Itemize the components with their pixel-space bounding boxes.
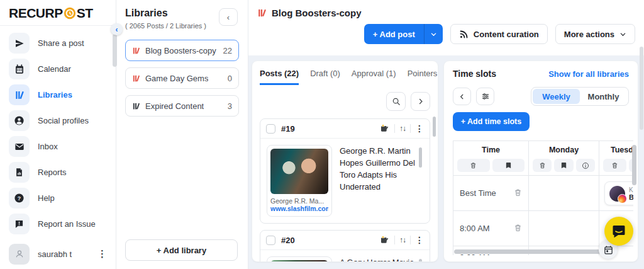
post-number: #19	[281, 124, 295, 134]
table-horizontal-scrollbar[interactable]	[454, 249, 615, 254]
content-area: Posts (22) Draft (0) Approval (1) Pointe…	[248, 55, 644, 269]
add-post-dropdown-button[interactable]	[424, 24, 443, 44]
library-item-blog-boosters-copy[interactable]: Blog Boosters-copy 22	[125, 40, 239, 61]
scheduled-slot-card[interactable]: Karl Do Best T	[604, 181, 633, 205]
chevron-down-icon	[619, 31, 626, 38]
person-circle-icon	[9, 110, 30, 131]
post-text-scrollbar[interactable]	[419, 147, 422, 168]
logo-text-left: RECURP	[9, 6, 63, 21]
sidebar-item-inbox[interactable]: Inbox	[0, 134, 116, 159]
header-actions: + Add post Content curation More actions	[364, 24, 635, 44]
recurpost-logo[interactable]: RECURP ST	[0, 0, 116, 26]
library-item-expired-content[interactable]: Expired Content 3	[125, 95, 239, 117]
user-menu-kebab-icon[interactable]: ⋮	[97, 248, 107, 260]
link-preview[interactable]: George R.R. Ma... www.slashfilm.com	[267, 145, 332, 217]
table-vertical-scrollbar[interactable]	[632, 145, 636, 185]
sidebar-item-report-an-issue[interactable]: Report an Issue	[0, 211, 116, 237]
library-count: 22	[223, 46, 232, 55]
delete-column-button[interactable]	[603, 159, 626, 172]
column-header-time: Time	[457, 146, 525, 154]
post-thumbnail-image	[270, 260, 328, 262]
delete-column-button[interactable]	[533, 159, 552, 172]
column-header-tuesday: Tuesday	[603, 146, 633, 154]
sidebar-item-libraries[interactable]: Libraries	[0, 82, 116, 108]
chat-widget-button[interactable]	[604, 217, 633, 246]
libraries-list: Blog Boosters-copy 22 Game Day Gems 0 Ex…	[125, 40, 239, 117]
books-icon	[132, 47, 140, 55]
copy-column-button[interactable]	[492, 159, 525, 172]
slot-profile-name: Karl Do	[629, 186, 633, 193]
recurpost-app: RECURP ST Share a post Calendar	[0, 0, 644, 269]
sidebar-item-label: Social profiles	[38, 116, 89, 125]
slot-cell-monday-best-time[interactable]	[529, 176, 599, 211]
chevron-down-icon	[430, 31, 437, 38]
chat-bubble-icon	[611, 224, 626, 239]
add-post-button[interactable]: + Add post	[364, 30, 424, 39]
reorder-icon[interactable]: ↑↓	[399, 124, 406, 133]
delete-slot-button[interactable]	[514, 188, 522, 199]
sidebar-item-help[interactable]: ? Help	[0, 185, 116, 211]
library-name: Expired Content	[145, 101, 204, 111]
add-library-button[interactable]: + Add library	[125, 239, 238, 261]
posts-panel: Posts (22) Draft (0) Approval (1) Pointe…	[252, 60, 438, 262]
rss-icon	[459, 30, 469, 39]
delete-column-button[interactable]	[457, 159, 490, 172]
library-item-game-day-gems[interactable]: Game Day Gems 0	[125, 67, 239, 89]
monthly-toggle[interactable]: Monthly	[580, 89, 627, 104]
reorder-icon[interactable]: ↑↓	[399, 236, 406, 244]
issue-bubble-icon	[9, 214, 30, 234]
edit-warning-icon[interactable]	[380, 123, 390, 134]
page-scrollbar[interactable]	[640, 47, 643, 130]
post-text: A Gory Horror Movie Starring Two	[340, 256, 423, 262]
link-preview-url[interactable]: www.slashfilm.com	[270, 205, 328, 212]
report-doc-icon	[9, 162, 30, 183]
info-column-button[interactable]	[576, 159, 595, 172]
tab-approval[interactable]: Approval (1)	[352, 69, 396, 85]
time-row-8am: 8:00 AM	[453, 211, 528, 246]
post-checkbox[interactable]	[266, 236, 275, 245]
delete-slot-button[interactable]	[514, 223, 522, 234]
sidebar-collapse-button[interactable]: ‹	[111, 23, 123, 35]
sidebar-menu: Share a post Calendar Libraries Social p…	[0, 26, 116, 269]
calendar-icon	[9, 59, 30, 79]
search-icon	[392, 97, 401, 106]
slots-filter-button[interactable]	[476, 88, 494, 105]
add-time-slots-button[interactable]: + Add time slots	[453, 112, 530, 131]
sidebar-item-share-a-post[interactable]: Share a post	[0, 30, 116, 56]
post-text-scrollbar[interactable]	[419, 259, 422, 262]
post-menu-kebab-icon[interactable]: ⋮	[415, 123, 424, 134]
user-avatar	[9, 244, 30, 265]
show-all-libraries-link[interactable]: Show for all libraries	[548, 69, 629, 79]
link-preview[interactable]	[267, 256, 332, 262]
tab-posts[interactable]: Posts (22)	[260, 69, 299, 85]
tab-draft[interactable]: Draft (0)	[310, 69, 340, 85]
sidebar-user[interactable]: saurabh t ⋮	[0, 243, 116, 269]
post-checkbox[interactable]	[266, 124, 275, 134]
libraries-collapse-button[interactable]: ‹	[219, 8, 238, 26]
book-icon	[505, 162, 512, 169]
expand-panel-button[interactable]	[411, 92, 430, 111]
sidebar-item-social-profiles[interactable]: Social profiles	[0, 108, 116, 134]
slots-back-button[interactable]	[453, 88, 471, 105]
sidebar-scrollbar[interactable]	[113, 34, 117, 67]
sidebar: RECURP ST Share a post Calendar	[0, 0, 116, 269]
more-actions-button[interactable]: More actions	[555, 24, 635, 44]
logo-clock-icon	[64, 7, 76, 20]
trash-icon	[611, 162, 618, 169]
weekly-toggle[interactable]: Weekly	[533, 89, 580, 104]
post-list-scrollbar[interactable]	[433, 117, 436, 137]
copy-column-button[interactable]	[554, 159, 573, 172]
main-header: Blog Boosters-copy + Add post Content cu…	[248, 0, 644, 55]
edit-warning-icon[interactable]	[380, 235, 390, 245]
trash-icon	[470, 162, 477, 169]
search-button[interactable]	[386, 92, 406, 111]
content-curation-button[interactable]: Content curation	[450, 24, 548, 44]
post-thumbnail-image	[270, 149, 328, 194]
post-menu-kebab-icon[interactable]: ⋮	[415, 235, 424, 245]
slot-cell-monday-8am[interactable]	[529, 211, 599, 246]
trash-icon	[514, 188, 522, 197]
sidebar-item-reports[interactable]: Reports	[0, 159, 116, 185]
sidebar-item-calendar[interactable]: Calendar	[0, 56, 116, 82]
libraries-panel: Libraries ( 2065 Posts / 2 Libraries ) ‹…	[116, 0, 248, 269]
tab-pointers[interactable]: Pointers	[408, 69, 438, 85]
